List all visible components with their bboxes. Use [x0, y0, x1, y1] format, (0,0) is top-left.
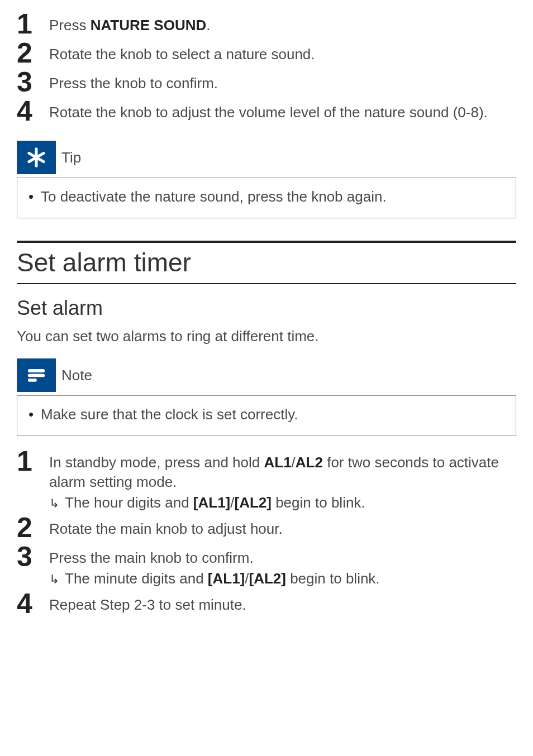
section-intro: You can set two alarms to ring at differ…	[17, 328, 516, 345]
step-row: 3 Press the main knob to confirm. ↳ The …	[17, 543, 516, 588]
step-number: 4	[17, 97, 49, 125]
section-title: Set alarm timer	[17, 243, 516, 284]
alarm-steps: 1 In standby mode, press and hold AL1/AL…	[17, 447, 516, 618]
text-bold: [AL1]	[208, 570, 245, 587]
step-number: 1	[17, 10, 49, 38]
result-arrow-icon: ↳	[49, 569, 65, 588]
note-body: Make sure that the clock is set correctl…	[17, 395, 516, 436]
text-bold: AL1	[264, 454, 291, 471]
tip-body: To deactivate the nature sound, press th…	[17, 178, 516, 218]
sub-result-row: ↳ The minute digits and [AL1]/[AL2] begi…	[49, 569, 380, 588]
note-callout: Note Make sure that the clock is set cor…	[17, 358, 516, 436]
tip-item: To deactivate the nature sound, press th…	[28, 188, 505, 205]
text-fragment: The minute digits and	[65, 570, 208, 587]
svg-rect-4	[28, 374, 45, 377]
tip-label: Tip	[56, 141, 81, 174]
svg-rect-5	[28, 379, 37, 382]
svg-rect-3	[28, 369, 45, 372]
tip-icon-box	[17, 141, 56, 174]
step-row: 4 Rotate the knob to adjust the volume l…	[17, 97, 516, 125]
tip-callout: Tip To deactivate the nature sound, pres…	[17, 141, 516, 218]
step-text: In standby mode, press and hold AL1/AL2 …	[49, 447, 516, 513]
tip-header: Tip	[17, 141, 516, 174]
step-text: Press NATURE SOUND.	[49, 10, 210, 35]
asterisk-icon	[25, 146, 48, 169]
subsection-title: Set alarm	[17, 296, 516, 320]
text-fragment: begin to blink.	[272, 494, 365, 511]
sub-result-text: The minute digits and [AL1]/[AL2] begin …	[65, 569, 380, 588]
note-icon	[25, 363, 48, 387]
text-fragment: Press the main knob to confirm.	[49, 549, 254, 566]
result-arrow-icon: ↳	[49, 493, 65, 512]
text-bold: AL2	[296, 454, 323, 471]
nature-sound-steps: 1 Press NATURE SOUND. 2 Rotate the knob …	[17, 10, 516, 125]
text-bold: [AL2]	[249, 570, 285, 587]
step-row: 4 Repeat Step 2-3 to set minute.	[17, 590, 516, 618]
step-text-bold: NATURE SOUND	[91, 17, 207, 34]
note-item: Make sure that the clock is set correctl…	[28, 406, 505, 423]
step-number: 2	[17, 39, 49, 67]
step-text: Rotate the knob to select a nature sound…	[49, 39, 315, 64]
step-text: Rotate the knob to adjust the volume lev…	[49, 97, 488, 122]
text-fragment: /	[292, 454, 296, 471]
step-text: Press the main knob to confirm. ↳ The mi…	[49, 543, 380, 588]
text-fragment: begin to blink.	[286, 570, 380, 587]
step-number: 3	[17, 68, 49, 96]
step-text-suffix: .	[206, 17, 210, 34]
step-number: 1	[17, 447, 49, 475]
sub-result-text: The hour digits and [AL1]/[AL2] begin to…	[65, 493, 365, 513]
text-fragment: In standby mode, press and hold	[49, 454, 264, 471]
sub-result-row: ↳ The hour digits and [AL1]/[AL2] begin …	[49, 493, 516, 513]
text-bold: [AL1]	[193, 494, 230, 511]
step-number: 2	[17, 514, 49, 542]
step-row: 2 Rotate the main knob to adjust hour.	[17, 514, 516, 542]
step-row: 2 Rotate the knob to select a nature sou…	[17, 39, 516, 67]
step-text: Repeat Step 2-3 to set minute.	[49, 590, 246, 615]
step-text-prefix: Press	[49, 17, 91, 34]
step-text: Press the knob to confirm.	[49, 68, 218, 93]
text-fragment: The hour digits and	[65, 494, 193, 511]
note-label: Note	[56, 358, 92, 392]
step-number: 3	[17, 543, 49, 571]
text-bold: [AL2]	[234, 494, 271, 511]
step-text: Rotate the main knob to adjust hour.	[49, 514, 283, 539]
step-number: 4	[17, 590, 49, 618]
note-header: Note	[17, 358, 516, 392]
step-row: 1 Press NATURE SOUND.	[17, 10, 516, 38]
note-icon-box	[17, 358, 56, 392]
step-row: 1 In standby mode, press and hold AL1/AL…	[17, 447, 516, 513]
step-row: 3 Press the knob to confirm.	[17, 68, 516, 96]
